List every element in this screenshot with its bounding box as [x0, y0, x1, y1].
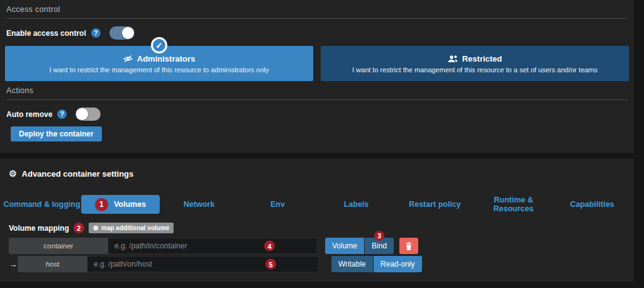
help-icon[interactable]: ?	[91, 28, 101, 38]
advanced-settings-title: Advanced container settings	[22, 169, 134, 179]
tab-volumes-label: Volumes	[114, 200, 146, 209]
tab-volumes[interactable]: 1 Volumes	[81, 195, 160, 214]
ownership-option-description: I want to restrict the management of thi…	[321, 66, 629, 74]
settings-tabbar: Command & logging 1 Volumes Network Env …	[3, 195, 631, 214]
ownership-option-description: I want to restrict the management of thi…	[5, 66, 313, 74]
host-path-input[interactable]	[87, 256, 319, 272]
auto-remove-toggle[interactable]	[75, 108, 101, 121]
container-create-panel: Access control Enable access control ? ✓…	[0, 0, 634, 153]
enable-access-control-label: Enable access control	[6, 29, 86, 38]
trash-icon	[405, 242, 413, 250]
toggle-knob	[76, 108, 88, 120]
ownership-option-title: Administrators	[137, 54, 195, 64]
actions-heading: Actions	[6, 86, 628, 100]
gear-icon: ⚙	[9, 169, 17, 179]
arrow-right-icon: →	[9, 260, 18, 269]
volume-mapping-label: Volume mapping	[9, 224, 69, 233]
tab-env[interactable]: Env	[238, 200, 317, 209]
writable-mode-button[interactable]: Writable	[331, 256, 373, 272]
annotation-badge-3: 3	[374, 231, 384, 241]
ownership-option-title: Restricted	[462, 54, 502, 64]
ownership-option-restricted[interactable]: Restricted I want to restrict the manage…	[321, 46, 629, 81]
annotation-badge-2: 2	[74, 223, 84, 233]
tab-runtime-resources[interactable]: Runtime & Resources	[474, 196, 553, 213]
ownership-option-administrators[interactable]: ✓ Administrators I want to restrict the …	[5, 46, 313, 81]
auto-remove-label: Auto remove	[6, 110, 52, 119]
check-icon: ✓	[151, 37, 167, 53]
advanced-settings-panel: ⚙ Advanced container settings Command & …	[0, 158, 634, 282]
access-control-heading: Access control	[6, 5, 628, 19]
map-additional-volume-button[interactable]: ⊕ map additional volume	[89, 223, 174, 233]
annotation-badge-5: 5	[265, 259, 276, 270]
toggle-knob	[122, 27, 134, 39]
tab-capabilities[interactable]: Capabilities	[553, 200, 631, 209]
eye-slash-icon	[123, 54, 133, 64]
map-additional-volume-label: map additional volume	[101, 224, 169, 231]
annotation-badge-1: 1	[95, 198, 108, 211]
users-icon	[448, 54, 458, 63]
readonly-mode-button[interactable]: Read-only	[374, 256, 422, 272]
tab-restart-policy[interactable]: Restart policy	[396, 200, 474, 209]
plus-circle-icon: ⊕	[93, 224, 99, 231]
annotation-badge-4: 4	[264, 241, 275, 252]
help-icon[interactable]: ?	[57, 109, 67, 119]
tab-command-logging[interactable]: Command & logging	[3, 200, 81, 209]
enable-access-control-toggle[interactable]	[109, 26, 135, 40]
tab-network[interactable]: Network	[160, 200, 238, 209]
volume-type-button[interactable]: Volume	[325, 238, 364, 254]
host-path-addon: host	[18, 256, 87, 272]
delete-volume-button[interactable]	[399, 238, 418, 254]
container-path-input[interactable]	[108, 238, 318, 254]
deploy-container-button[interactable]: Deploy the container	[11, 126, 102, 141]
tab-labels[interactable]: Labels	[317, 200, 396, 209]
container-path-addon: container	[9, 238, 108, 254]
